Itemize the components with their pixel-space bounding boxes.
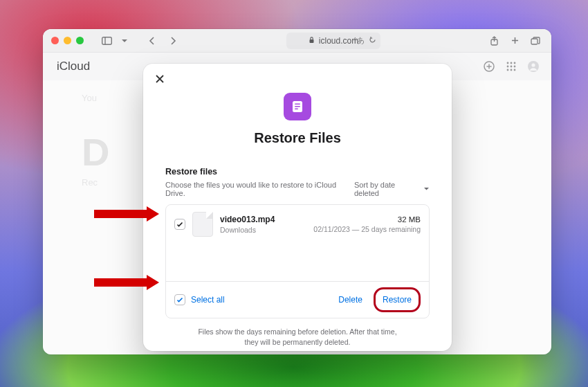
svg-point-9 <box>507 66 509 68</box>
svg-point-11 <box>514 66 516 68</box>
svg-point-7 <box>511 62 513 64</box>
icloud-logo[interactable]: iCloud <box>53 60 90 73</box>
desktop-wallpaper: icloud.com ᴬあ iClo <box>0 0 588 387</box>
svg-point-6 <box>507 62 509 64</box>
svg-point-13 <box>511 69 513 71</box>
svg-rect-19 <box>295 106 300 107</box>
restore-button[interactable]: Restore <box>381 292 413 307</box>
svg-rect-2 <box>309 39 313 43</box>
file-date-remaining: 02/11/2023 — 25 days remaining <box>313 225 421 233</box>
window-minimize-button[interactable] <box>64 37 71 44</box>
file-row[interactable]: video013.mp4 Downloads 32 MB 02/11/2023 … <box>166 205 429 244</box>
svg-point-16 <box>531 63 535 66</box>
file-checkbox[interactable] <box>174 219 185 230</box>
svg-rect-0 <box>102 37 111 44</box>
back-button[interactable] <box>145 33 160 48</box>
chevron-down-icon <box>423 185 430 193</box>
file-location: Downloads <box>220 226 306 234</box>
file-name: video013.mp4 <box>220 215 306 224</box>
file-list-footer: Select all Delete Restore <box>166 281 429 318</box>
select-all-label: Select all <box>191 295 225 305</box>
create-button[interactable] <box>481 58 497 75</box>
select-all[interactable]: Select all <box>174 294 225 305</box>
select-all-checkbox[interactable] <box>174 294 185 305</box>
modal-title: Restore Files <box>254 130 341 146</box>
sort-label: Sort by date deleted <box>354 181 421 197</box>
translate-icon[interactable]: ᴬあ <box>353 35 365 46</box>
address-bar[interactable]: icloud.com ᴬあ <box>286 33 381 49</box>
window-close-button[interactable] <box>51 37 59 44</box>
svg-rect-4 <box>531 39 538 44</box>
annotation-arrow-file <box>94 209 159 219</box>
share-button[interactable] <box>486 33 502 48</box>
restore-highlight-annotation: Restore <box>374 287 421 312</box>
svg-point-12 <box>507 69 509 71</box>
svg-point-14 <box>514 69 516 71</box>
window-titlebar: icloud.com ᴬあ <box>43 29 551 53</box>
restore-files-modal: Restore Files Restore files Choose the f… <box>143 64 452 351</box>
delete-button[interactable]: Delete <box>338 295 362 305</box>
window-zoom-button[interactable] <box>76 37 84 44</box>
new-tab-button[interactable] <box>507 33 522 48</box>
sort-menu[interactable]: Sort by date deleted <box>354 181 430 197</box>
tab-overview-button[interactable] <box>528 33 543 48</box>
sidebar-toggle-button[interactable] <box>99 33 114 48</box>
safari-window: icloud.com ᴬあ iClo <box>43 29 551 354</box>
section-subtitle: Choose the files you would like to resto… <box>165 181 354 197</box>
svg-rect-20 <box>295 109 298 110</box>
restore-files-app-icon <box>284 93 311 120</box>
svg-point-8 <box>514 62 516 64</box>
app-launcher-button[interactable] <box>503 58 520 75</box>
annotation-arrow-selectall <box>94 278 159 287</box>
svg-rect-18 <box>295 104 300 105</box>
lock-icon <box>309 37 315 45</box>
file-thumbnail-icon <box>192 212 213 237</box>
url-host: icloud.com <box>319 36 358 46</box>
reload-button[interactable] <box>369 36 376 46</box>
section-heading: Restore files <box>165 167 430 177</box>
deletion-note: Files show the days remaining before del… <box>165 318 430 348</box>
file-list: video013.mp4 Downloads 32 MB 02/11/2023 … <box>165 204 430 318</box>
file-size: 32 MB <box>398 215 421 224</box>
missing-files-note: Not seeing something you expected? Start… <box>165 348 430 351</box>
icloud-header: iCloud <box>43 53 551 80</box>
window-controls <box>51 37 84 44</box>
tab-group-menu-button[interactable] <box>120 33 129 48</box>
forward-button[interactable] <box>165 33 181 48</box>
icloud-brand-text: iCloud <box>57 60 90 73</box>
account-button[interactable] <box>525 58 542 75</box>
svg-point-10 <box>511 66 513 68</box>
